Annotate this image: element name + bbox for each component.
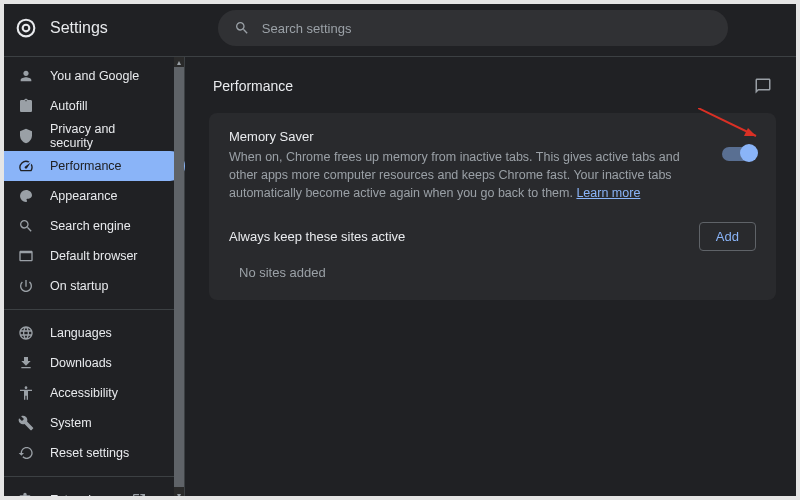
nav-label: Appearance (50, 189, 117, 203)
nav-divider (0, 476, 175, 477)
nav-label: System (50, 416, 92, 430)
nav-label: Autofill (50, 99, 88, 113)
memory-saver-toggle[interactable] (722, 147, 756, 161)
external-link-icon (131, 492, 147, 500)
nav-divider (0, 309, 175, 310)
palette-icon (18, 188, 34, 204)
keep-active-row: Always keep these sites active Add (229, 222, 756, 251)
nav-label: Search engine (50, 219, 131, 233)
nav-label: Accessibility (50, 386, 118, 400)
nav-label: Reset settings (50, 446, 129, 460)
restore-icon (18, 445, 34, 461)
extension-icon (18, 492, 34, 500)
memory-saver-description: When on, Chrome frees up memory from ina… (229, 148, 706, 202)
wrench-icon (18, 415, 34, 431)
page-title: Performance (213, 78, 293, 94)
nav-label: You and Google (50, 69, 139, 83)
feedback-icon[interactable] (754, 77, 772, 95)
keep-active-empty: No sites added (229, 251, 756, 284)
nav-label: Privacy and security (50, 122, 157, 150)
person-icon (18, 68, 34, 84)
layout: You and Google Autofill Privacy and secu… (0, 56, 800, 500)
nav-label: Default browser (50, 249, 138, 263)
performance-card: Memory Saver When on, Chrome frees up me… (209, 113, 776, 300)
globe-icon (18, 325, 34, 341)
nav-label: Languages (50, 326, 112, 340)
clipboard-icon (18, 98, 34, 114)
logo-wrap: Settings (16, 18, 108, 38)
app-title: Settings (50, 19, 108, 37)
nav-label: Downloads (50, 356, 112, 370)
sidebar-item-reset[interactable]: Reset settings (0, 438, 175, 468)
toggle-knob (740, 144, 758, 162)
learn-more-link[interactable]: Learn more (576, 186, 640, 200)
sidebar-item-accessibility[interactable]: Accessibility (0, 378, 175, 408)
search-icon (234, 20, 250, 36)
sidebar-item-privacy[interactable]: Privacy and security (0, 121, 175, 151)
sidebar-item-downloads[interactable]: Downloads (0, 348, 175, 378)
keep-active-title: Always keep these sites active (229, 229, 405, 244)
power-icon (18, 278, 34, 294)
sidebar-item-appearance[interactable]: Appearance (0, 181, 175, 211)
sidebar-item-you-and-google[interactable]: You and Google (0, 61, 175, 91)
topbar: Settings (0, 0, 800, 56)
sidebar-item-search-engine[interactable]: Search engine (0, 211, 175, 241)
browser-icon (18, 248, 34, 264)
content: Performance Memory Saver When on, Chrome… (185, 57, 800, 500)
app-window: Settings You and Google Autofill Privacy… (0, 0, 800, 500)
download-icon (18, 355, 34, 371)
scroll-down-icon[interactable]: ▾ (174, 490, 184, 500)
memory-saver-text: Memory Saver When on, Chrome frees up me… (229, 129, 706, 202)
sidebar-wrap: You and Google Autofill Privacy and secu… (0, 57, 185, 500)
sidebar-item-extensions[interactable]: Extensions (0, 485, 175, 500)
speedometer-icon (18, 158, 34, 174)
nav-label: Performance (50, 159, 122, 173)
scroll-thumb[interactable] (174, 67, 184, 487)
accessibility-icon (18, 385, 34, 401)
chrome-logo-icon (16, 18, 36, 38)
sidebar-item-on-startup[interactable]: On startup (0, 271, 175, 301)
search-bar[interactable] (218, 10, 728, 46)
svg-point-1 (23, 25, 30, 32)
sidebar-item-autofill[interactable]: Autofill (0, 91, 175, 121)
sidebar-scrollbar[interactable]: ▴ ▾ (174, 57, 184, 500)
add-site-button[interactable]: Add (699, 222, 756, 251)
sidebar-item-system[interactable]: System (0, 408, 175, 438)
sidebar: You and Google Autofill Privacy and secu… (0, 57, 175, 500)
page-header: Performance (209, 77, 776, 95)
search-icon (18, 218, 34, 234)
memory-saver-row: Memory Saver When on, Chrome frees up me… (229, 129, 756, 202)
nav-label: On startup (50, 279, 108, 293)
shield-icon (18, 128, 34, 144)
sidebar-item-default-browser[interactable]: Default browser (0, 241, 175, 271)
memory-saver-title: Memory Saver (229, 129, 706, 144)
nav-label: Extensions (50, 493, 111, 500)
search-input[interactable] (262, 21, 712, 36)
sidebar-item-performance[interactable]: Performance (0, 151, 185, 181)
scroll-up-icon[interactable]: ▴ (174, 57, 184, 67)
sidebar-item-languages[interactable]: Languages (0, 318, 175, 348)
svg-point-0 (18, 20, 35, 37)
